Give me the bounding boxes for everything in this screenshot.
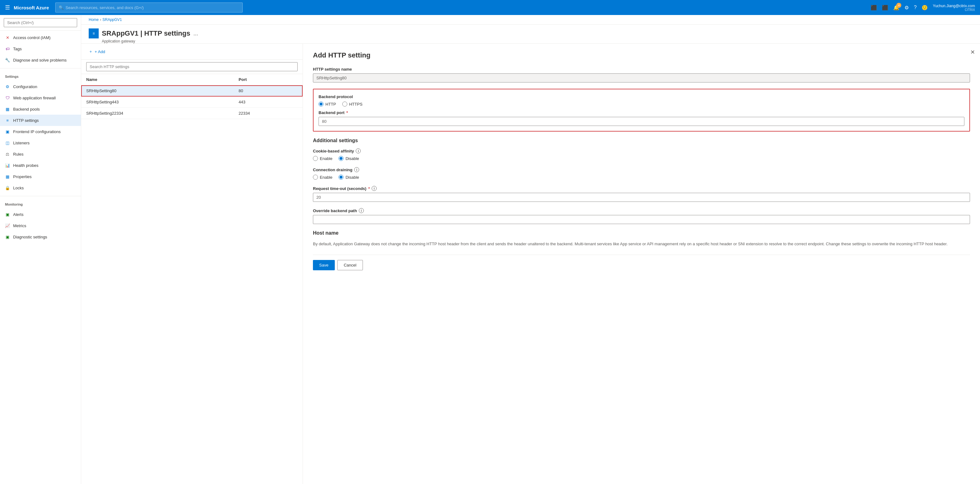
more-options-btn[interactable]: ... [193, 30, 198, 37]
sidebar-item-rules[interactable]: ⚖ Rules [0, 148, 81, 160]
sidebar-item-waf[interactable]: 🛡 Web application firewall [0, 92, 81, 103]
sidebar-item-backend-pools[interactable]: ▦ Backend pools [0, 103, 81, 115]
notification-badge: 4 [896, 3, 901, 8]
col-name: Name [81, 74, 234, 85]
properties-icon: ▦ [5, 174, 10, 179]
sidebar-item-alerts[interactable]: ▣ Alerts [0, 209, 81, 220]
notification-icon[interactable]: 🔔 4 [893, 5, 899, 11]
alerts-icon: ▣ [5, 212, 10, 217]
sidebar-item-listeners[interactable]: ◫ Listeners [0, 137, 81, 148]
sidebar-item-properties[interactable]: ▦ Properties [0, 171, 81, 182]
request-timeout-info-icon[interactable]: i [372, 186, 377, 191]
form-title: Add HTTP setting [313, 51, 970, 59]
hamburger-menu[interactable]: ☰ [5, 4, 10, 11]
sidebar-item-label-rules: Rules [13, 152, 24, 156]
sidebar-item-label-http: HTTP settings [13, 118, 39, 123]
cookie-enable-option[interactable]: Enable [313, 156, 332, 161]
user-company: CITRIX [933, 8, 975, 11]
panel-toolbar: ＋ + Add [81, 44, 302, 60]
protocol-https-option[interactable]: HTTPS [342, 102, 363, 107]
row-port-2: 443 [234, 97, 302, 108]
host-name-description: By default, Application Gateway does not… [313, 241, 970, 247]
http-settings-table: Name Port SRHttpSetting80 80 SRHttpSetti… [81, 74, 302, 119]
sidebar-item-locks[interactable]: 🔒 Locks [0, 182, 81, 193]
sidebar-item-http-settings[interactable]: ≡ HTTP settings [0, 115, 81, 126]
request-timeout-group: Request time-out (seconds) * i [313, 186, 970, 202]
user-profile[interactable]: Yuchun.Jiang@citrix.com CITRIX [933, 4, 975, 11]
sidebar-item-label-alerts: Alerts [13, 212, 24, 217]
row-port-3: 22334 [234, 108, 302, 119]
settings-icon[interactable]: ⚙ [904, 5, 909, 11]
backend-protocol-group: Backend protocol HTTP HTTPS [318, 94, 964, 107]
sidebar-item-label-diag: Diagnostic settings [13, 235, 47, 239]
save-button[interactable]: Save [313, 260, 335, 270]
row-name-2: SRHttpSetting443 [81, 97, 234, 108]
cancel-button[interactable]: Cancel [337, 260, 363, 270]
cookie-affinity-label: Cookie-based affinity i [313, 148, 970, 153]
breadcrumb-home[interactable]: Home [89, 18, 99, 22]
draining-disable-label: Disable [345, 175, 359, 180]
request-timeout-required: * [368, 186, 370, 191]
access-control-icon: ✕ [5, 35, 10, 40]
sidebar-item-label-metrics: Metrics [13, 223, 26, 228]
col-port: Port [234, 74, 302, 85]
request-timeout-label: Request time-out (seconds) * i [313, 186, 970, 191]
http-settings-name-input[interactable] [313, 73, 970, 83]
cookie-disable-option[interactable]: Disable [339, 156, 359, 161]
override-path-input[interactable] [313, 215, 970, 224]
sidebar-item-access-control[interactable]: ✕ Access control (IAM) [0, 32, 81, 43]
sidebar-item-label-listeners: Listeners [13, 141, 30, 145]
table-row[interactable]: SRHttpSetting22334 22334 [81, 108, 302, 119]
sidebar-item-frontend-ip[interactable]: ▣ Frontend IP configurations [0, 126, 81, 137]
help-icon[interactable]: ? [914, 5, 916, 10]
add-icon: ＋ [89, 49, 93, 54]
cookie-enable-radio[interactable] [313, 156, 318, 161]
add-button[interactable]: ＋ + Add [86, 48, 108, 56]
sidebar-search-input[interactable] [4, 18, 77, 27]
sidebar-divider-2 [0, 196, 81, 196]
draining-radio-group: Enable Disable [313, 175, 970, 180]
sidebar-item-metrics[interactable]: 📈 Metrics [0, 220, 81, 231]
draining-enable-radio[interactable] [313, 175, 318, 180]
table-row[interactable]: SRHttpSetting443 443 [81, 97, 302, 108]
feedback-icon[interactable]: 🙂 [921, 5, 928, 11]
sidebar-item-diagnostic[interactable]: ▣ Diagnostic settings [0, 231, 81, 242]
frontend-ip-icon: ▣ [5, 129, 10, 134]
cookie-enable-label: Enable [320, 156, 332, 161]
cookie-affinity-info-icon[interactable]: i [356, 148, 361, 153]
page-subtitle: Application gateway [89, 39, 198, 43]
sidebar-item-health-probes[interactable]: 📊 Health probes [0, 160, 81, 171]
draining-disable-radio[interactable] [339, 175, 344, 180]
sidebar-item-diagnose[interactable]: 🔧 Diagnose and solve problems [0, 54, 81, 65]
protocol-http-option[interactable]: HTTP [318, 102, 336, 107]
rules-icon: ⚖ [5, 151, 10, 156]
row-name-3: SRHttpSetting22334 [81, 108, 234, 119]
locks-icon: 🔒 [5, 185, 10, 190]
additional-settings-title: Additional settings [313, 138, 970, 143]
global-search-bar[interactable]: 🔍 Search resources, services, and docs (… [55, 3, 243, 13]
table-search-input[interactable] [86, 62, 298, 71]
cookie-disable-label: Disable [345, 156, 359, 161]
override-path-info-icon[interactable]: i [359, 208, 364, 213]
sidebar-item-tags[interactable]: 🏷 Tags [0, 43, 81, 54]
draining-enable-option[interactable]: Enable [313, 175, 332, 180]
draining-disable-option[interactable]: Disable [339, 175, 359, 180]
cookie-disable-radio[interactable] [339, 156, 344, 161]
protocol-https-radio[interactable] [342, 102, 347, 107]
breadcrumb-sep-1: › [100, 18, 101, 22]
breadcrumb-resource[interactable]: SRAppGV1 [102, 18, 122, 22]
sidebar-item-label-locks: Locks [13, 186, 24, 190]
protocol-http-radio[interactable] [318, 102, 323, 107]
backend-settings-box: Backend protocol HTTP HTTPS [313, 89, 970, 132]
connection-draining-info-icon[interactable]: i [354, 167, 359, 172]
table-row[interactable]: SRHttpSetting80 80 [81, 85, 302, 97]
page-title: SRAppGV1 | HTTP settings [102, 29, 190, 38]
portal-icon[interactable]: ⬛ [871, 5, 877, 11]
page-icon: ≡ [89, 29, 99, 38]
panel-close-button[interactable]: ✕ [970, 49, 975, 56]
sidebar-item-configuration[interactable]: ⚙ Configuration [0, 81, 81, 92]
request-timeout-input[interactable] [313, 193, 970, 202]
backend-port-input[interactable] [318, 117, 964, 126]
add-label: + Add [95, 49, 105, 54]
cloud-shell-icon[interactable]: ⬛ [882, 5, 888, 11]
